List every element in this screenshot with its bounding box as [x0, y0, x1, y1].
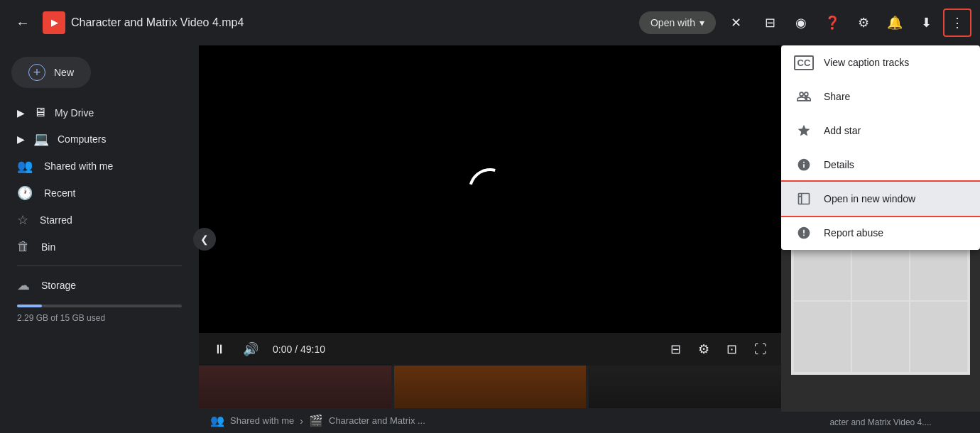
thumbnails-row [199, 366, 781, 408]
shared-label: Shared with me [44, 160, 113, 172]
storage-label: Storage [41, 280, 76, 291]
header-controls: ⊟ ◉ ❓ ⚙ 🔔 ⬇ ⋮ [756, 9, 971, 37]
starred-icon: ☆ [17, 212, 28, 228]
my-drive-label: My Drive [55, 107, 94, 119]
menu-item-view-caption[interactable]: CC View caption tracks [781, 45, 980, 80]
dropdown-menu: CC View caption tracks Share Add star De… [781, 45, 980, 250]
header: ← ▶ Character and Matrix Video 4.mp4 Ope… [0, 0, 980, 45]
loading-spinner [469, 168, 511, 211]
computers-icon: 💻 [33, 131, 49, 147]
notifications-icon-btn[interactable]: 🔔 [881, 9, 909, 37]
details-label: Details [824, 159, 854, 170]
thumbnail-overlay-2 [394, 366, 587, 408]
fullscreen-button[interactable]: ⛶ [751, 339, 770, 360]
sidebar-item-my-drive-toggle[interactable]: ▶ 🖥 My Drive [0, 99, 199, 126]
my-drive-icon: 🖥 [33, 105, 46, 120]
back-button[interactable]: ← [9, 9, 37, 37]
subtitles-button[interactable]: ⊟ [668, 339, 684, 360]
sidebar-item-computers-toggle[interactable]: ▶ 💻 Computers [0, 126, 199, 153]
sidebar-item-starred[interactable]: ☆ Starred [0, 207, 190, 234]
app-icon: ▶ [43, 11, 65, 34]
sidebar-item-recent[interactable]: 🕐 Recent [0, 180, 190, 207]
settings-icon-btn[interactable]: ⚙ [849, 9, 878, 37]
report-abuse-label: Report abuse [824, 227, 883, 239]
breadcrumb-folder[interactable]: Character and Matrix ... [329, 415, 425, 426]
report-abuse-icon [795, 224, 812, 241]
time-display: 0:00 / 49:10 [273, 344, 325, 355]
thumbnail-1[interactable] [199, 366, 391, 408]
more-options-button[interactable]: ⋮ [943, 9, 971, 37]
breadcrumb-folder-icon: 🎬 [309, 414, 323, 427]
thumbnail-3[interactable] [589, 366, 781, 408]
account-icon-btn[interactable]: ◉ [787, 9, 815, 37]
pause-button[interactable]: ⏸ [210, 339, 229, 360]
sidebar-item-storage[interactable]: ☁ Storage [0, 272, 190, 299]
starred-label: Starred [40, 214, 72, 226]
sidebar-item-shared-with-me[interactable]: 👥 Shared with me [0, 153, 190, 180]
view-caption-label: View caption tracks [824, 57, 909, 68]
caption-icon: CC [795, 54, 812, 71]
menu-item-add-star[interactable]: Add star [781, 114, 980, 148]
close-button[interactable]: ✕ [722, 9, 750, 37]
details-icon [795, 156, 812, 173]
video-player[interactable] [199, 45, 781, 333]
menu-item-share[interactable]: Share [781, 80, 980, 114]
share-icon [795, 88, 812, 105]
new-plus-icon: + [28, 64, 45, 81]
computers-label: Computers [58, 133, 106, 145]
breadcrumb-separator: › [300, 415, 303, 427]
chevron-icon: ▶ [17, 133, 25, 145]
add-star-label: Add star [824, 125, 861, 136]
svg-rect-0 [799, 194, 810, 204]
sidebar: + New ▶ 🖥 My Drive ▶ 💻 Computers 👥 Share… [0, 45, 199, 433]
recent-icon: 🕐 [17, 185, 33, 201]
storage-bar-container: 2.29 GB of 15 GB used [0, 299, 199, 329]
breadcrumb: 👥 Shared with me › 🎬 Character and Matri… [199, 408, 781, 433]
sidebar-divider [17, 265, 182, 266]
storage-icon: ☁ [17, 278, 30, 293]
menu-item-report-abuse[interactable]: Report abuse [781, 216, 980, 250]
help-icon-btn[interactable]: ❓ [818, 9, 846, 37]
bin-label: Bin [41, 241, 55, 253]
collapse-sidebar-button[interactable]: ❮ [193, 228, 216, 251]
file-title: Character and Matrix Video 4.mp4 [71, 16, 633, 29]
menu-item-open-new-window[interactable]: Open in new window [781, 182, 980, 216]
thumbnail-overlay-3 [589, 366, 781, 408]
video-controls: ⏸ 🔊 0:00 / 49:10 ⊟ ⚙ ⊡ ⛶ [199, 333, 781, 366]
content-area: ❮ ⏸ 🔊 0:00 / 49:10 ⊟ ⚙ ⊡ ⛶ [199, 45, 781, 433]
download-icon-btn[interactable]: ⬇ [912, 9, 940, 37]
star-icon [795, 122, 812, 139]
chevron-icon: ▶ [17, 107, 25, 119]
menu-item-details[interactable]: Details [781, 148, 980, 182]
equalizer-icon-btn[interactable]: ⊟ [756, 9, 784, 37]
storage-bar-background [17, 305, 182, 307]
new-button[interactable]: + New [11, 57, 91, 88]
storage-bar-fill [17, 305, 42, 307]
recent-label: Recent [44, 187, 75, 199]
volume-button[interactable]: 🔊 [240, 339, 261, 360]
breadcrumb-shared-with-me[interactable]: Shared with me [230, 415, 294, 426]
open-new-window-icon [795, 190, 812, 207]
thumbnail-overlay-1 [199, 366, 391, 408]
thumbnail-2[interactable] [394, 366, 587, 408]
miniplayer-button[interactable]: ⊡ [724, 339, 740, 360]
open-with-button[interactable]: Open with ▾ [639, 11, 716, 34]
open-new-window-label: Open in new window [824, 193, 915, 204]
bin-icon: 🗑 [17, 239, 30, 254]
new-label: New [54, 67, 74, 78]
file-name-label: acter and Matrix Video 4.... [781, 412, 980, 433]
share-label: Share [824, 91, 850, 102]
storage-used-text: 2.29 GB of 15 GB used [17, 313, 182, 323]
sidebar-item-bin[interactable]: 🗑 Bin [0, 234, 190, 260]
shared-icon: 👥 [17, 158, 33, 174]
breadcrumb-shared-icon: 👥 [210, 414, 224, 427]
settings-button[interactable]: ⚙ [695, 339, 712, 360]
